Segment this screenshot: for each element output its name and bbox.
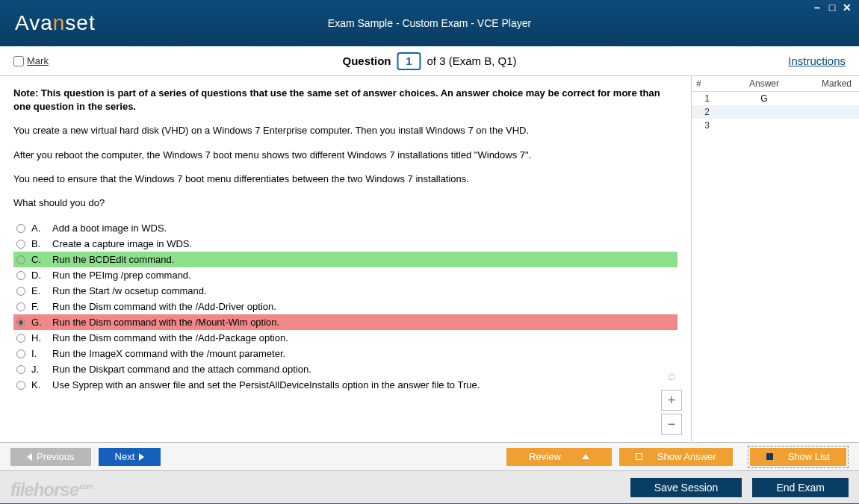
body-p4: What should you do? — [13, 196, 677, 210]
answer-letter: D. — [31, 270, 46, 281]
logo-text: Ava — [15, 11, 53, 34]
col-marked: Marked — [814, 76, 859, 91]
list-item[interactable]: 2 — [692, 105, 859, 119]
radio-icon[interactable] — [16, 271, 25, 280]
chevron-left-icon — [27, 453, 32, 461]
mark-checkbox-group[interactable]: Mark — [13, 55, 49, 66]
answer-option[interactable]: A.Add a boot image in WDS. — [13, 220, 677, 236]
answer-letter: I. — [31, 348, 46, 359]
radio-icon[interactable] — [16, 349, 25, 358]
answer-option[interactable]: H.Run the Dism command with the /Add-Pac… — [13, 330, 677, 346]
radio-icon[interactable] — [16, 365, 25, 374]
maximize-icon[interactable]: □ — [826, 1, 838, 13]
answer-letter: B. — [31, 238, 46, 249]
question-indicator: Question 1 of 3 (Exam B, Q1) — [342, 52, 516, 70]
answer-text: Run the Dism command with the /Add-Drive… — [52, 301, 276, 312]
mark-label: Mark — [27, 55, 49, 66]
review-label: Review — [529, 451, 561, 462]
instructions-link[interactable]: Instructions — [788, 55, 846, 67]
radio-icon[interactable] — [16, 302, 25, 311]
nav-bar: Previous Next Review Show Answer Show Li… — [0, 442, 859, 470]
body-p3: You need to ensure that the Windows 7 bo… — [13, 172, 677, 186]
chevron-up-icon — [582, 454, 589, 459]
title-bar: Avanset Exam Sample - Custom Exam - VCE … — [0, 0, 859, 46]
radio-icon[interactable] — [16, 240, 25, 249]
side-header: # Answer Marked — [692, 76, 859, 92]
answer-text: Run the BCDEdit command. — [52, 254, 174, 265]
answer-option[interactable]: I.Run the ImageX command with the /mount… — [13, 346, 677, 361]
zoom-controls: ⌕ + − — [661, 368, 682, 435]
answer-letter: E. — [31, 285, 46, 296]
save-session-button[interactable]: Save Session — [630, 478, 742, 497]
show-list-wrapper: Show List — [748, 446, 849, 468]
app-logo: Avanset — [15, 11, 96, 35]
answers-list: A.Add a boot image in WDS.B.Create a cap… — [13, 220, 677, 393]
radio-icon[interactable] — [16, 318, 25, 327]
show-answer-label: Show Answer — [657, 451, 716, 462]
answer-text: Use Syprep with an answer file and set t… — [52, 379, 480, 391]
col-num: # — [692, 76, 714, 91]
square-filled-icon — [766, 453, 773, 460]
answer-option[interactable]: D.Run the PEImg /prep command. — [13, 267, 677, 283]
show-answer-button[interactable]: Show Answer — [619, 448, 733, 466]
answer-option[interactable]: E.Run the Start /w ocsetup command. — [13, 283, 677, 299]
question-of-text: of 3 (Exam B, Q1) — [427, 55, 516, 67]
radio-icon[interactable] — [16, 255, 25, 264]
zoom-out-button[interactable]: − — [661, 414, 682, 435]
review-button[interactable]: Review — [506, 448, 612, 466]
window-title: Exam Sample - Custom Exam - VCE Player — [328, 17, 531, 29]
show-list-button[interactable]: Show List — [750, 448, 846, 466]
window-controls: – □ ✕ — [811, 1, 853, 13]
end-exam-button[interactable]: End Exam — [752, 478, 849, 497]
answer-text: Add a boot image in WDS. — [52, 223, 167, 234]
previous-label: Previous — [37, 451, 75, 462]
square-icon — [636, 453, 642, 460]
side-rows: 1G23 — [692, 92, 859, 132]
question-bar: Mark Question 1 of 3 (Exam B, Q1) Instru… — [0, 46, 859, 76]
answer-letter: A. — [31, 223, 46, 234]
previous-button[interactable]: Previous — [10, 448, 91, 466]
question-content: Note: This question is part of a series … — [0, 76, 692, 442]
radio-icon[interactable] — [16, 381, 25, 390]
answer-option[interactable]: F.Run the Dism command with the /Add-Dri… — [13, 299, 677, 314]
watermark: filehorse.com — [10, 479, 93, 500]
col-answer: Answer — [714, 76, 814, 91]
radio-icon[interactable] — [16, 224, 25, 233]
mark-checkbox[interactable] — [13, 56, 24, 66]
question-number-input[interactable]: 1 — [397, 52, 421, 70]
footer-bar: filehorse.com Save Session End Exam — [0, 470, 859, 503]
radio-icon[interactable] — [16, 334, 25, 343]
show-list-label: Show List — [788, 451, 830, 462]
answer-option[interactable]: J.Run the Diskpart command and the attac… — [13, 361, 677, 377]
answer-letter: K. — [31, 379, 46, 391]
body-p1: You create a new virtual hard disk (VHD)… — [13, 124, 677, 137]
minimize-icon[interactable]: – — [811, 1, 823, 13]
answer-option[interactable]: K.Use Syprep with an answer file and set… — [13, 377, 677, 393]
magnifier-icon[interactable]: ⌕ — [668, 368, 676, 384]
list-item[interactable]: 1G — [692, 92, 859, 105]
answer-option[interactable]: G.Run the Dism command with the /Mount-W… — [13, 314, 677, 330]
chevron-right-icon — [139, 453, 144, 461]
answer-letter: F. — [31, 301, 46, 312]
logo-text2: set — [65, 11, 95, 34]
next-button[interactable]: Next — [99, 448, 161, 466]
list-item[interactable]: 3 — [692, 119, 859, 132]
answer-letter: G. — [31, 317, 46, 328]
close-icon[interactable]: ✕ — [841, 1, 853, 13]
answer-text: Run the Dism command with the /Mount-Wim… — [52, 317, 279, 328]
next-label: Next — [115, 451, 135, 462]
answer-text: Run the PEImg /prep command. — [52, 270, 191, 281]
answer-text: Run the Dism command with the /Add-Packa… — [52, 332, 288, 343]
radio-icon[interactable] — [16, 287, 25, 296]
answer-option[interactable]: C.Run the BCDEdit command. — [13, 252, 677, 267]
answer-text: Create a capture image in WDS. — [52, 238, 192, 249]
body-p2: After you reboot the computer, the Windo… — [13, 149, 677, 162]
answer-letter: C. — [31, 254, 46, 265]
answer-text: Run the Diskpart command and the attach … — [52, 364, 311, 375]
answer-letter: H. — [31, 332, 46, 343]
answer-list-panel: # Answer Marked 1G23 — [692, 76, 859, 442]
answer-option[interactable]: B.Create a capture image in WDS. — [13, 236, 677, 252]
zoom-in-button[interactable]: + — [661, 390, 682, 411]
main-area: Note: This question is part of a series … — [0, 76, 859, 442]
note-text: Note: This question is part of a series … — [13, 87, 677, 113]
